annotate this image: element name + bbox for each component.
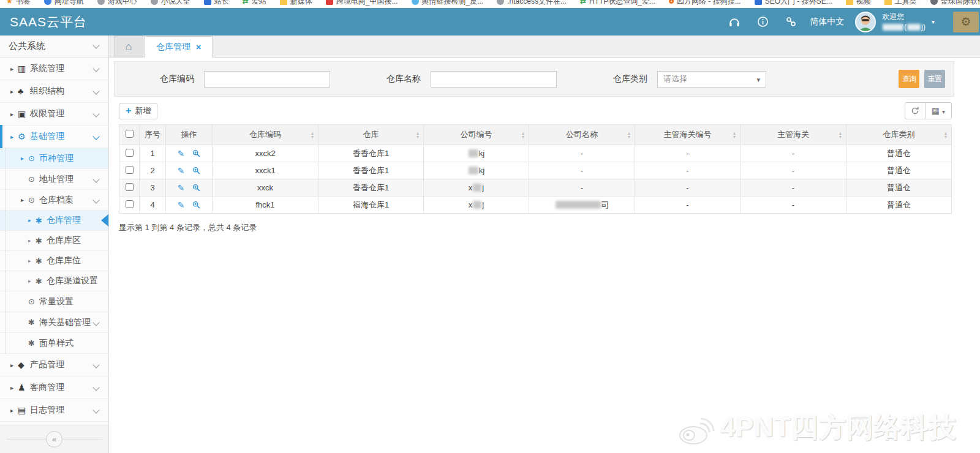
sidebar-item-constant-settings[interactable]: ⊙常量设置 (0, 291, 108, 312)
select-all-checkbox[interactable] (126, 130, 134, 138)
sort-icon[interactable] (417, 132, 419, 138)
bookmark-item[interactable]: 工具类 (884, 0, 917, 7)
bookmark-item[interactable]: 跨境电商_中国接... (326, 0, 398, 7)
sidebar-item-basic-mgmt[interactable]: ⚙基础管理 (0, 125, 108, 148)
warehouse-table: 序号 操作 仓库编码 仓库 公司编号 公司名称 主管海关编号 主管海关 仓库类别… (119, 124, 952, 214)
sidebar-item-customer-mgmt[interactable]: ♟客商管理 (0, 376, 108, 399)
tab-home[interactable] (114, 36, 143, 57)
bookmark-item[interactable]: 网址导航 (44, 0, 84, 7)
search-button[interactable]: 查询 (899, 70, 919, 88)
select-all-checkbox-cell[interactable] (119, 125, 140, 145)
bookmark-item[interactable]: SEO入门 - 搜外SE... (755, 0, 832, 7)
row-checkbox-cell[interactable] (119, 179, 140, 197)
row-checkbox[interactable] (126, 166, 134, 174)
sort-icon[interactable] (522, 132, 524, 138)
sidebar-item-system-mgmt[interactable]: ▥系统管理 (0, 58, 108, 80)
square-icon (755, 0, 762, 5)
link-icon[interactable] (777, 8, 805, 36)
sidebar-item-warehouse-archive[interactable]: ⊙仓库档案 (0, 190, 108, 211)
circle-icon (44, 0, 51, 5)
watermark: 4PNT四方网络科技 (677, 410, 957, 446)
bookmark-item[interactable]: 小说大全 (151, 0, 190, 7)
row-checkbox[interactable] (126, 183, 134, 191)
sidebar-item-waybill-style[interactable]: ✱面单样式 (0, 333, 108, 354)
view-magnifier-icon[interactable] (192, 149, 200, 157)
close-icon[interactable]: × (196, 42, 201, 52)
sort-icon[interactable] (311, 132, 314, 138)
headset-icon[interactable] (720, 8, 748, 36)
col-company-code[interactable]: 公司编号 (424, 125, 529, 145)
globe-icon (151, 0, 158, 5)
sidebar-item-warehouse-mgmt[interactable]: ✱仓库管理 (0, 211, 108, 231)
view-magnifier-icon[interactable] (192, 184, 200, 192)
add-button[interactable]: 新增 (119, 103, 157, 119)
bookmark-item[interactable]: 视频 (846, 0, 871, 7)
sort-icon[interactable] (944, 132, 947, 138)
bookmark-item[interactable]: ★书签 (6, 0, 31, 7)
bookmark-item[interactable]: 舆情链接检测_反... (412, 0, 484, 7)
col-customs[interactable]: 主管海关 (741, 125, 846, 145)
sidebar-collapse-button[interactable] (46, 431, 62, 447)
settings-gear-button[interactable] (953, 12, 979, 32)
avatar[interactable] (855, 12, 876, 32)
col-warehouse-code[interactable]: 仓库编码 (213, 125, 318, 145)
sidebar-item-product-mgmt[interactable]: ◆产品管理 (0, 354, 108, 376)
col-customs-code[interactable]: 主管海关编号 (635, 125, 741, 145)
edit-pencil-icon[interactable]: ✎ (178, 183, 185, 193)
row-checkbox-cell[interactable] (119, 145, 140, 162)
user-menu[interactable]: 欢迎您 (j) (882, 12, 925, 31)
col-company-name[interactable]: 公司名称 (529, 125, 635, 145)
info-icon[interactable] (748, 8, 777, 36)
bookmark-item[interactable]: ⇄HTTP状态查询_爱... (580, 0, 655, 7)
sidebar-item-log-mgmt[interactable]: ▤日志管理 (0, 399, 108, 422)
sidebar-item-label: 币种管理 (39, 153, 74, 164)
customs-cell: - (741, 162, 846, 179)
bookmark-label: 书签 (16, 0, 31, 7)
blurred-text (473, 184, 481, 192)
sidebar-item-currency-mgmt[interactable]: ⊙币种管理 (0, 148, 108, 169)
bookmark-item[interactable]: 金珠国际软件集团 (930, 0, 980, 7)
sidebar-item-warehouse-location[interactable]: ✱仓库库位 (0, 251, 108, 271)
edit-pencil-icon[interactable]: ✎ (178, 200, 185, 210)
reset-button[interactable]: 重置 (924, 70, 945, 88)
row-checkbox[interactable] (126, 149, 134, 157)
row-checkbox-cell[interactable] (119, 197, 140, 214)
chevron-down-icon (92, 197, 99, 203)
sidebar-item-address-mgmt[interactable]: ⊙地址管理 (0, 169, 108, 190)
bookmark-item[interactable]: 站长 (204, 0, 229, 7)
sidebar-item-label: 权限管理 (30, 108, 64, 119)
bookmark-item[interactable]: ⇄爱站 (243, 0, 266, 7)
row-checkbox-cell[interactable] (119, 162, 140, 179)
sidebar-item-customs-basic-mgmt[interactable]: ✱海关基础管理 (0, 312, 108, 333)
edit-pencil-icon[interactable]: ✎ (178, 149, 185, 159)
language-switch[interactable]: 简体中文 (810, 17, 844, 28)
user-caret-icon[interactable]: ▾ (932, 18, 935, 25)
edit-pencil-icon[interactable]: ✎ (178, 166, 185, 176)
user-name: (j) (882, 22, 925, 32)
sort-icon[interactable] (628, 132, 630, 138)
sidebar-item-warehouse-channel-settings[interactable]: ✱仓库渠道设置 (0, 271, 108, 291)
warehouse-code-input[interactable] (204, 71, 330, 88)
tab-warehouse-management[interactable]: 仓库管理 × (145, 36, 213, 58)
warehouse-type-select[interactable]: 请选择 (657, 71, 766, 88)
sidebar-item-warehouse-zone[interactable]: ✱仓库库区 (0, 231, 108, 251)
sidebar-panel-title[interactable]: 公共系统 (0, 36, 108, 58)
bookmark-item[interactable]: 游戏中心 (97, 0, 137, 7)
bookmark-item[interactable]: 新媒体 (280, 0, 312, 7)
sort-icon[interactable] (839, 132, 842, 138)
app-title: SAAS云平台 (10, 13, 87, 31)
text-fragment: x (469, 183, 473, 192)
col-warehouse[interactable]: 仓库 (318, 125, 424, 145)
bookmark-item[interactable]: 四方网络 - 搜狗搜... (669, 0, 741, 7)
row-checkbox[interactable] (126, 200, 134, 208)
refresh-button[interactable] (905, 102, 925, 119)
sidebar-item-permission-mgmt[interactable]: ▣权限管理 (0, 103, 108, 125)
view-magnifier-icon[interactable] (192, 167, 200, 174)
sort-icon[interactable] (733, 132, 736, 138)
view-magnifier-icon[interactable] (192, 201, 200, 209)
columns-button[interactable] (925, 102, 952, 119)
bookmark-item[interactable]: .htaccess文件在... (497, 0, 567, 7)
warehouse-name-input[interactable] (431, 71, 557, 88)
sidebar-item-org-structure[interactable]: ♣组织结构 (0, 80, 108, 103)
col-category[interactable]: 仓库类别 (846, 125, 952, 145)
